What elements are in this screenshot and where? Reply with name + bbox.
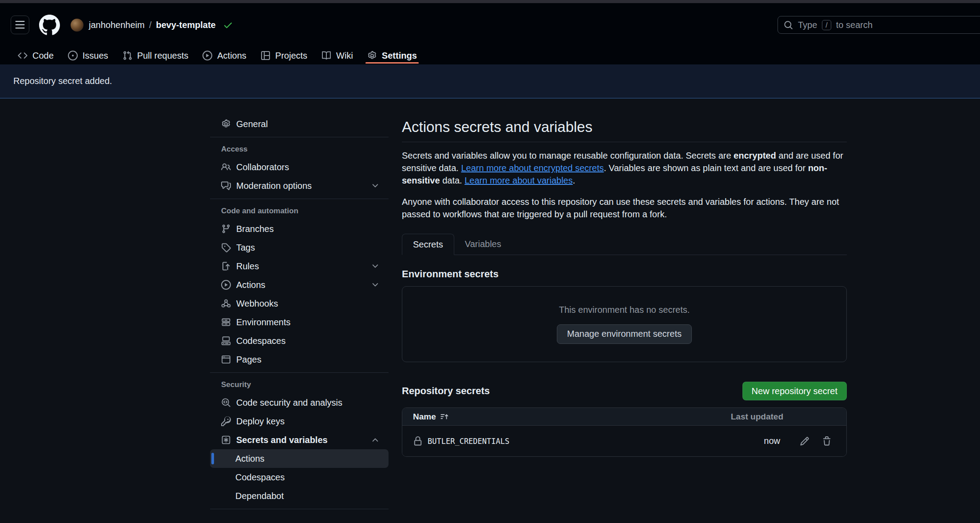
divider: [210, 199, 389, 199]
intro-bold-encrypted: encrypted: [734, 151, 776, 160]
repository-secrets-header: Repository secrets New repository secret: [402, 382, 847, 400]
page-title: Actions secrets and variables: [402, 118, 847, 142]
sidebar-item-environments[interactable]: Environments: [210, 313, 389, 331]
avatar[interactable]: [71, 19, 83, 32]
tab-label: Projects: [275, 51, 307, 61]
tab-actions[interactable]: Actions: [196, 47, 253, 64]
key-icon: [221, 416, 231, 426]
play-circle-icon: [202, 51, 212, 60]
environment-secrets-box: This environment has no secrets. Manage …: [402, 286, 847, 362]
sidebar-item-pages[interactable]: Pages: [210, 350, 389, 369]
tab-secrets[interactable]: Secrets: [402, 234, 454, 255]
sidebar-item-label: Pages: [236, 355, 262, 365]
tab-wiki[interactable]: Wiki: [315, 47, 359, 64]
link-encrypted-secrets[interactable]: Learn more about encrypted secrets: [461, 163, 603, 173]
repository-secrets-heading: Repository secrets: [402, 385, 490, 397]
global-header: janhohenheim / bevy-template Type / to s…: [0, 3, 980, 47]
tab-variables[interactable]: Variables: [454, 234, 512, 255]
chevron-down-icon: [371, 280, 380, 289]
sidebar-item-tags[interactable]: Tags: [210, 238, 389, 257]
sidebar-item-code-security[interactable]: Code security and analysis: [210, 393, 389, 412]
sidebar-item-collaborators[interactable]: Collaborators: [210, 158, 389, 176]
code-icon: [18, 51, 28, 60]
sidebar-section-security: Security: [210, 376, 389, 393]
search-input[interactable]: Type / to search: [778, 16, 980, 34]
sidebar-item-rules[interactable]: Rules: [210, 257, 389, 275]
intro-text: .: [573, 176, 575, 185]
sidebar-item-moderation-options[interactable]: Moderation options: [210, 176, 389, 195]
intro-text: . Variables are shown as plain text and …: [604, 163, 808, 173]
sidebar-item-label: General: [236, 119, 268, 129]
divider: [210, 509, 389, 509]
tab-settings[interactable]: Settings: [361, 47, 423, 64]
search-placeholder-suffix: to search: [836, 20, 873, 30]
table-header-row: Name Last updated: [402, 408, 846, 426]
breadcrumb: janhohenheim / bevy-template: [71, 19, 233, 32]
search-placeholder-prefix: Type: [798, 20, 817, 30]
sidebar-item-deploy-keys[interactable]: Deploy keys: [210, 412, 389, 431]
gear-icon: [221, 119, 231, 129]
breadcrumb-repo-link[interactable]: bevy-template: [156, 20, 216, 30]
chevron-up-icon: [371, 435, 380, 444]
breadcrumb-owner-link[interactable]: janhohenheim: [89, 20, 145, 30]
secret-last-updated: now: [764, 436, 780, 446]
settings-sidebar: General Access Collaborators Moderation …: [210, 115, 389, 513]
asterisk-box-icon: [221, 435, 231, 445]
sidebar-item-label: Moderation options: [236, 181, 312, 191]
issue-icon: [68, 51, 78, 60]
tab-issues[interactable]: Issues: [62, 47, 115, 64]
sidebar-item-branches[interactable]: Branches: [210, 220, 389, 238]
rules-icon: [221, 261, 231, 271]
environment-empty-message: This environment has no secrets.: [559, 305, 690, 315]
sidebar-item-label: Collaborators: [236, 162, 289, 172]
environment-secrets-heading: Environment secrets: [402, 268, 847, 280]
tab-pull-requests[interactable]: Pull requests: [116, 47, 195, 64]
sidebar-item-label: Dependabot: [235, 491, 284, 501]
divider: [210, 372, 389, 373]
tab-label: Pull requests: [137, 51, 189, 61]
three-bars-icon: [15, 20, 25, 30]
hamburger-menu-button[interactable]: [11, 16, 29, 34]
environments-icon: [221, 317, 231, 327]
new-repository-secret-button[interactable]: New repository secret: [742, 382, 847, 400]
sidebar-item-label: Deploy keys: [236, 416, 285, 427]
github-logo-icon[interactable]: [39, 15, 60, 36]
play-circle-icon: [221, 280, 231, 290]
column-label: Name: [413, 412, 436, 422]
table-icon: [261, 51, 270, 60]
collaborator-note-paragraph: Anyone with collaborator access to this …: [402, 196, 847, 220]
sidebar-subitem-dependabot-secrets[interactable]: Dependabot: [210, 487, 389, 505]
tab-label: Issues: [83, 51, 108, 61]
sidebar-item-label: Actions: [235, 454, 265, 464]
divider: [210, 137, 389, 137]
column-header-name[interactable]: Name: [413, 412, 448, 422]
tab-code[interactable]: Code: [12, 47, 60, 64]
sidebar-item-label: Webhooks: [236, 299, 278, 309]
browser-chrome-strip: [0, 0, 980, 3]
secret-name: BUTLER_CREDENTIALS: [428, 437, 509, 446]
sidebar-item-secrets-and-variables[interactable]: Secrets and variables: [210, 431, 389, 449]
flash-message: Repository secret added.: [13, 76, 112, 86]
comment-discussion-icon: [221, 181, 231, 191]
link-variables[interactable]: Learn more about variables: [464, 176, 572, 185]
chevron-down-icon: [371, 181, 380, 190]
people-icon: [221, 162, 231, 172]
edit-secret-button[interactable]: [800, 436, 809, 446]
sidebar-item-actions[interactable]: Actions: [210, 275, 389, 294]
sidebar-item-codespaces[interactable]: Codespaces: [210, 331, 389, 350]
tab-projects[interactable]: Projects: [254, 47, 313, 64]
intro-text: Secrets and variables allow you to manag…: [402, 151, 734, 160]
sidebar-subitem-codespaces-secrets[interactable]: Codespaces: [210, 468, 389, 487]
main-pane: Actions secrets and variables Secrets an…: [402, 115, 847, 457]
slash-key-hint: /: [822, 20, 831, 30]
sidebar-item-label: Actions: [236, 280, 266, 290]
manage-environment-secrets-button[interactable]: Manage environment secrets: [557, 324, 692, 344]
success-check-icon: [223, 20, 233, 30]
sidebar-subitem-actions-secrets[interactable]: Actions: [210, 449, 389, 468]
sidebar-item-general[interactable]: General: [210, 115, 389, 133]
book-icon: [321, 51, 331, 60]
sidebar-item-label: Code security and analysis: [236, 398, 342, 408]
sidebar-item-webhooks[interactable]: Webhooks: [210, 294, 389, 313]
delete-secret-button[interactable]: [822, 436, 832, 446]
tag-icon: [221, 243, 231, 252]
